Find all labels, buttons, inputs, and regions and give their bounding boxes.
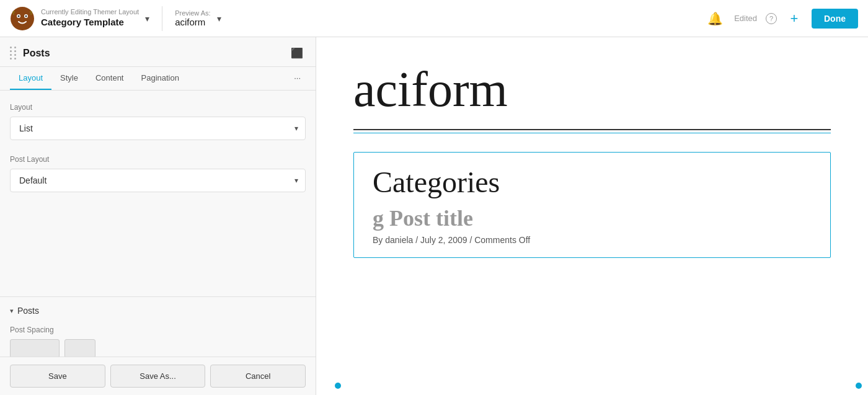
tab-layout[interactable]: Layout	[10, 67, 51, 90]
preview-area: aciform Categories g Post title By danie…	[316, 37, 868, 395]
edited-label: Edited	[734, 14, 757, 23]
tab-content[interactable]: Content	[87, 67, 133, 90]
post-layout-label: Post Layout	[10, 155, 306, 164]
tab-style[interactable]: Style	[51, 67, 87, 90]
app-logo	[10, 6, 35, 31]
tab-more[interactable]: ···	[289, 67, 306, 90]
post-layout-field-group: Post Layout Default Custom ▾	[10, 155, 306, 192]
save-as-button[interactable]: Save As...	[110, 365, 206, 388]
svg-point-3	[18, 15, 20, 17]
drag-handle[interactable]	[10, 47, 17, 60]
svg-point-0	[11, 7, 34, 30]
main-area: Posts ⬛ Layout Style Content Pagination …	[0, 37, 868, 395]
posts-section-toggle[interactable]: ▾ Posts	[10, 306, 306, 316]
topbar-subtitle: Currently Editing Themer Layout	[41, 8, 139, 16]
preview-categories-section: Categories g Post title By daniela / Jul…	[353, 152, 831, 258]
post-spacing-input-1[interactable]	[10, 339, 60, 358]
title-group: Currently Editing Themer Layout Category…	[41, 8, 139, 29]
topbar-right: 🔔 Edited ? + Done	[704, 7, 858, 30]
preview-categories-title: Categories	[373, 165, 812, 199]
save-bar: Save Save As... Cancel	[0, 357, 316, 395]
preview-value: aciform	[175, 17, 210, 27]
topbar-title: Category Template	[41, 16, 139, 29]
preview-post-meta: By daniela / July 2, 2009 / Comments Off	[373, 235, 812, 245]
preview-site-title: aciform	[353, 62, 831, 117]
preview-label: Preview As:	[175, 9, 210, 17]
layout-label: Layout	[10, 103, 306, 112]
post-spacing-row	[10, 339, 306, 358]
done-button[interactable]: Done	[812, 9, 858, 29]
preview-content: aciform Categories g Post title By danie…	[316, 37, 868, 283]
preview-chevron-icon[interactable]: ▾	[217, 14, 221, 24]
topbar-divider	[162, 6, 162, 31]
cancel-button[interactable]: Cancel	[210, 365, 306, 388]
post-spacing-label: Post Spacing	[10, 326, 306, 334]
layout-select[interactable]: List Grid Masonry	[10, 117, 306, 140]
layout-field-group: Layout List Grid Masonry ▾	[10, 103, 306, 140]
title-chevron-icon[interactable]: ▾	[145, 14, 149, 24]
svg-point-4	[25, 15, 27, 17]
layout-select-wrapper: List Grid Masonry ▾	[10, 117, 306, 140]
preview-dot-right	[856, 383, 862, 389]
post-layout-select[interactable]: Default Custom	[10, 169, 306, 192]
posts-collapse-chevron-icon: ▾	[10, 307, 14, 315]
post-layout-select-wrapper: Default Custom ▾	[10, 169, 306, 192]
post-spacing-group: Post Spacing	[10, 326, 306, 358]
post-spacing-input-2[interactable]	[64, 339, 95, 358]
tab-pagination[interactable]: Pagination	[133, 67, 188, 90]
panel-header: Posts ⬛	[0, 37, 316, 67]
maximize-icon[interactable]: ⬛	[288, 46, 306, 60]
preview-blurred-post-title: g Post title	[373, 205, 812, 231]
save-button[interactable]: Save	[10, 365, 105, 388]
preview-divider-thick	[353, 129, 831, 130]
panel-tabs: Layout Style Content Pagination ···	[0, 67, 316, 91]
add-button[interactable]: +	[784, 9, 804, 29]
preview-divider-thin	[353, 133, 831, 133]
panel-title: Posts	[23, 48, 288, 59]
topbar: Currently Editing Themer Layout Category…	[0, 0, 868, 37]
posts-section-label: Posts	[17, 306, 39, 316]
left-panel: Posts ⬛ Layout Style Content Pagination …	[0, 37, 316, 395]
preview-dot-left	[335, 383, 341, 389]
panel-content: Layout List Grid Masonry ▾ Post Layout D…	[0, 91, 316, 296]
preview-group: Preview As: aciform	[175, 9, 210, 27]
help-icon[interactable]: ?	[766, 13, 777, 24]
bell-icon[interactable]: 🔔	[704, 7, 727, 30]
